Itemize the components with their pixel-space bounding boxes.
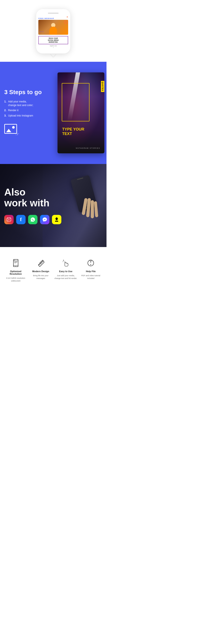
feature-desc: PDF and video tutorial included — [80, 274, 102, 280]
steps-section: 3 Steps to go 1. Add your media,change t… — [0, 62, 106, 164]
steps-title: 3 Steps to go — [4, 89, 42, 96]
step-num: 2. — [4, 108, 6, 112]
svg-rect-1 — [10, 218, 10, 218]
decoration-diamond — [64, 20, 68, 24]
story-footer: NSTAGRAM STORIES — [76, 147, 100, 149]
feature-help-file: Help File PDF and video tutorial include… — [80, 258, 102, 282]
feature-title: Optimized Resolution — [4, 270, 27, 275]
feature-desc: Bring life into your messages — [30, 274, 52, 280]
webinar-image: 〜〜 — [38, 20, 68, 35]
quotes-badge: QUOTES — [101, 81, 104, 92]
webinar-title-line2: SOCIAL MEDIA — [40, 39, 67, 41]
register-arrow-icon: ↓ — [38, 46, 68, 48]
feature-title: Modern Design — [32, 270, 49, 272]
svg-rect-2 — [8, 218, 8, 218]
feature-desc: Just add your media, change text and hit… — [54, 274, 77, 280]
messenger-icon — [40, 215, 50, 224]
list-item: 1. Add your media,change text and color; — [4, 100, 42, 107]
pencil-ruler-icon — [35, 258, 46, 268]
igtv-icon — [4, 215, 14, 224]
whatsapp-icon — [28, 215, 38, 224]
sparkle-hand-icon — [60, 258, 71, 268]
help-circle-icon — [86, 258, 96, 268]
svg-line-16 — [40, 264, 41, 265]
phone-pointer — [50, 54, 56, 57]
svg-point-29 — [90, 264, 91, 265]
phone-mockup: FREE WEBINAR ✕ 〜〜 ROCK YOUR SOCIAL MEDIA — [36, 9, 70, 54]
also-section: Also work with f — [0, 164, 106, 247]
step-num: 3. — [4, 114, 6, 118]
svg-line-31 — [92, 262, 93, 262]
features-section: Optimized Resolution 9:16 FullHD resolut… — [0, 247, 106, 291]
step-num: 1. — [4, 100, 6, 104]
cursor-hand-icon: ☞ — [15, 132, 19, 137]
story-yellow-frame — [62, 83, 90, 122]
list-item: 3. Upload into Instagram — [4, 114, 42, 118]
social-icons-row: f — [4, 215, 61, 224]
feature-optimized-resolution: Optimized Resolution 9:16 FullHD resolut… — [4, 258, 27, 282]
svg-point-7 — [15, 266, 16, 267]
facebook-icon: f — [16, 215, 26, 224]
feature-title: Easy to Use — [59, 270, 72, 272]
svg-line-33 — [92, 264, 93, 264]
circle-icon — [12, 126, 15, 129]
features-grid: Optimized Resolution 9:16 FullHD resolut… — [4, 258, 102, 282]
story-card: QUOTES TYPE YOUR TEXT NSTAGRAM STORIES — [58, 72, 104, 153]
phone-top-bar — [48, 12, 58, 14]
close-x-icon: ✕ — [66, 16, 68, 18]
svg-rect-8 — [14, 260, 15, 260]
feature-title: Help File — [86, 270, 96, 272]
phone-section: FREE WEBINAR ✕ 〜〜 ROCK YOUR SOCIAL MEDIA — [0, 0, 106, 62]
steps-list: 1. Add your media,change text and color;… — [4, 100, 42, 118]
snapchat-icon — [52, 215, 61, 224]
mountain-icon — [6, 129, 11, 132]
story-type-line2: TEXT — [62, 132, 84, 136]
svg-line-30 — [88, 262, 89, 262]
webinar-title-line1: ROCK YOUR — [40, 37, 67, 39]
svg-line-32 — [88, 264, 89, 264]
feature-modern-design: Modern Design Bring life into your messa… — [30, 258, 52, 282]
list-item: 2. Render it — [4, 108, 42, 112]
phone-resolution-icon — [10, 258, 21, 268]
webinar-title-box: ROCK YOUR SOCIAL MEDIA MARKETING — [38, 36, 68, 44]
also-work-content: Also work with f — [0, 178, 66, 232]
also-title: Also work with — [4, 187, 61, 208]
webinar-label: FREE WEBINAR — [38, 18, 54, 20]
story-type-line1: TYPE YOUR — [62, 127, 84, 132]
steps-content: 3 Steps to go 1. Add your media,change t… — [4, 89, 42, 137]
also-line2: work with — [4, 198, 61, 208]
also-line1: Also — [4, 187, 61, 198]
feature-desc: 9:16 FullHD resolution 1080x1920 — [4, 277, 27, 282]
wave-decoration: 〜〜 — [39, 30, 44, 34]
story-type-text: TYPE YOUR TEXT — [62, 127, 84, 136]
webinar-title-line3: MARKETING — [40, 41, 67, 43]
feature-easy-use: Easy to Use Just add your media, change … — [54, 258, 77, 282]
image-upload-icon: ☞ — [4, 124, 19, 137]
